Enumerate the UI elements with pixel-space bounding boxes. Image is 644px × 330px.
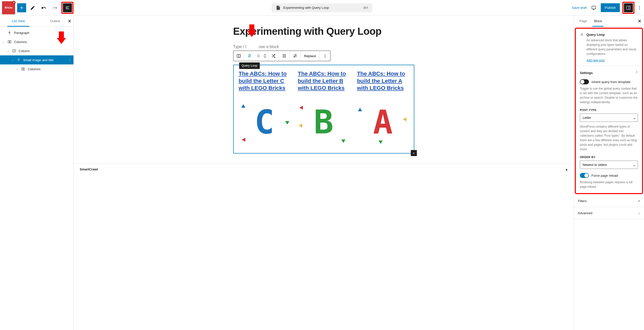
svg-point-5 (639, 9, 640, 10)
drag-icon (256, 53, 261, 58)
plus-icon: + (638, 199, 640, 203)
post-title[interactable]: Experimenting with Query Loop (233, 26, 414, 37)
sidebar-icon (626, 5, 631, 10)
page-icon (276, 5, 281, 10)
column-icon (12, 48, 17, 53)
tools-button[interactable] (28, 3, 37, 12)
preview-button[interactable] (589, 3, 598, 12)
desktop-icon (591, 5, 596, 10)
wp-logo[interactable]: Bricks (2, 1, 15, 14)
post-item: The ABCs: How to build the Letter A with… (357, 70, 409, 148)
query-loop-block[interactable]: The ABCs: How to build the Letter C with… (233, 65, 414, 154)
tree-item-options[interactable]: ⋮ (68, 58, 71, 62)
force-reload-toggle[interactable] (580, 173, 589, 178)
inherit-query-help: Toggle to use the global query context t… (580, 86, 638, 104)
chevron-up-icon: ⌃ (635, 71, 638, 75)
document-overview-button[interactable] (63, 3, 72, 12)
post-type-help: WordPress contains different types of co… (580, 124, 638, 152)
tab-block[interactable]: Block (590, 16, 606, 26)
close-right-panel[interactable]: ✕ (638, 18, 641, 24)
force-reload-label: Force page reload (591, 174, 618, 177)
post-title-link[interactable]: The ABCs: How to build the Letter A with… (357, 70, 405, 91)
toolbar-move-buttons[interactable] (262, 51, 268, 61)
toolbar-more[interactable] (320, 51, 330, 61)
tooltip: Query Loop (239, 62, 260, 69)
svg-point-4 (639, 7, 640, 8)
columns-icon (7, 39, 12, 44)
svg-point-14 (257, 55, 258, 55)
plus-icon (19, 5, 24, 10)
svg-point-16 (257, 56, 258, 56)
tab-list-view[interactable]: List View (0, 16, 37, 26)
toolbar-settings[interactable] (290, 51, 300, 61)
undo-button[interactable] (39, 3, 48, 12)
svg-rect-11 (23, 68, 25, 70)
svg-point-17 (259, 56, 259, 56)
footer-collapse[interactable]: ▴ (566, 167, 568, 171)
post-title-link[interactable]: The ABCs: How to build the Letter B with… (298, 70, 346, 91)
editor-footer: SmartCrawl ▴ (74, 164, 574, 175)
right-panel: Page Block ✕ Query Loop An advanced bloc… (574, 16, 644, 330)
loop-icon (580, 33, 584, 62)
toolbar-display-settings[interactable] (268, 51, 279, 61)
tree-item-columns-inner[interactable]: › Columns (0, 64, 73, 74)
save-draft-button[interactable]: Save draft (572, 6, 587, 10)
inherit-query-toggle[interactable] (580, 79, 589, 84)
toolbar-parent-block[interactable] (233, 51, 244, 61)
toolbar-align[interactable] (279, 51, 290, 61)
chevrons-icon (262, 53, 267, 58)
svg-rect-0 (592, 6, 596, 9)
order-by-select[interactable]: Newest to oldest (580, 161, 638, 169)
undo-icon (41, 5, 46, 10)
shuffle-icon (271, 53, 276, 58)
post-title-link[interactable]: The ABCs: How to build the Letter C with… (239, 70, 287, 91)
append-block-button[interactable]: + (411, 150, 417, 156)
toolbar-drag-handle[interactable] (255, 51, 262, 61)
post-type-label: POST TYPE (580, 108, 638, 112)
tab-page[interactable]: Page (576, 16, 590, 26)
redo-button[interactable] (50, 3, 59, 12)
featured-image: A (357, 96, 409, 148)
chevron-down-icon: ⌵ (638, 211, 640, 215)
toolbar-block-type[interactable]: Query Loop (244, 51, 255, 61)
add-block-button[interactable] (17, 3, 26, 12)
advanced-section-toggle[interactable]: Advanced ⌵ (574, 207, 644, 219)
list-icon (65, 5, 70, 10)
toolbar-replace[interactable]: Replace (301, 51, 320, 61)
featured-image: C (239, 96, 290, 148)
block-inserter-prompt[interactable]: Type / t ose a block (233, 45, 414, 49)
svg-rect-1 (627, 6, 630, 9)
settings-section-toggle[interactable]: Settings ⌃ (580, 70, 638, 76)
post-type-select[interactable]: Letter (580, 114, 638, 122)
force-reload-help: Browsing between pages requires a full p… (580, 180, 638, 189)
annotation-arrow (247, 31, 256, 41)
svg-point-22 (325, 54, 326, 55)
loop-icon (247, 53, 252, 58)
svg-rect-10 (22, 68, 23, 70)
tree-item-column[interactable]: ⌵ Column (0, 46, 73, 55)
command-palette[interactable]: Experimenting with Query Loop ⌘K (272, 3, 372, 12)
sliders-icon (293, 53, 298, 58)
editor-canvas: Experimenting with Query Loop Type / t o… (74, 16, 574, 330)
left-panel: List View Outline ✕ ¶ Paragraph ⌵ Column… (0, 16, 74, 330)
more-options-button[interactable] (637, 3, 642, 12)
block-tree: ¶ Paragraph ⌵ Columns ⌵ Column ⌵ Small i… (0, 27, 73, 75)
featured-image: B (298, 96, 349, 148)
add-new-post-link[interactable]: Add new post (586, 59, 605, 62)
filters-section-toggle[interactable]: Filters + (574, 195, 644, 207)
svg-point-24 (325, 57, 326, 58)
document-title: Experimenting with Query Loop (283, 6, 329, 10)
svg-point-23 (325, 56, 326, 56)
tree-item-query-loop[interactable]: ⌵ Small image and title ⋮ (0, 55, 73, 64)
post-item: The ABCs: How to build the Letter B with… (298, 70, 349, 148)
column-icon (236, 53, 241, 58)
footer-plugin-name[interactable]: SmartCrawl (80, 167, 98, 171)
paragraph-icon: ¶ (7, 30, 12, 35)
post-item: The ABCs: How to build the Letter C with… (239, 70, 290, 148)
settings-toggle-button[interactable] (624, 3, 633, 12)
pencil-icon (30, 5, 35, 10)
block-description: An advanced block that allows displaying… (586, 38, 638, 56)
publish-button[interactable]: Publish (601, 3, 620, 12)
close-left-panel[interactable]: ✕ (68, 18, 71, 24)
svg-point-19 (259, 57, 259, 57)
